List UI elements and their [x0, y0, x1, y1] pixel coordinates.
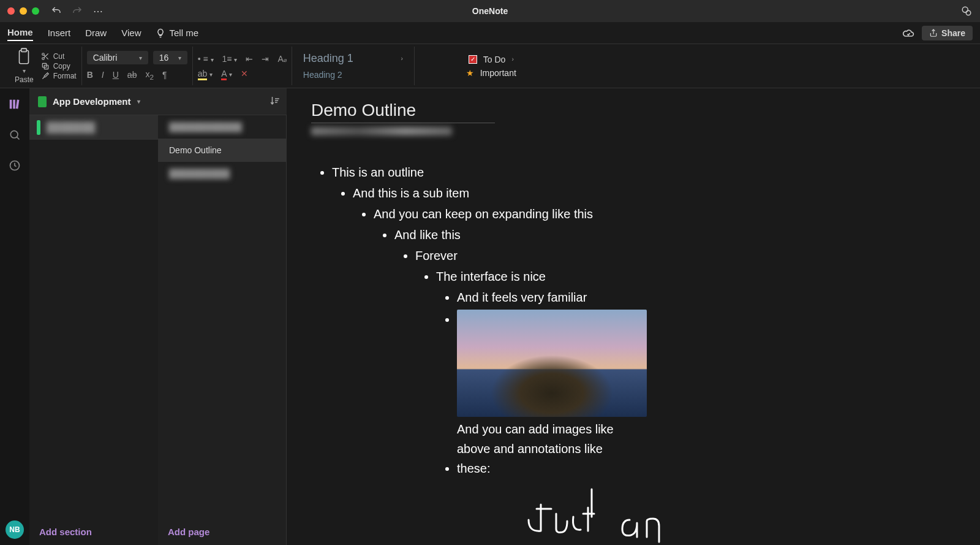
bullet-text[interactable]: And you can keep on expanding like this	[374, 207, 593, 221]
sync-status-icon[interactable]	[960, 5, 973, 17]
scissors-icon	[41, 52, 50, 61]
paintbrush-icon	[41, 72, 50, 80]
highlight-button[interactable]: ab ▾	[198, 69, 213, 78]
left-rail: NB	[0, 88, 29, 545]
app-title: OneNote	[472, 6, 508, 16]
notebooks-icon[interactable]	[7, 97, 22, 112]
svg-rect-10	[16, 99, 20, 109]
paragraph-spacing-button[interactable]: ¶	[162, 70, 167, 80]
svg-rect-3	[21, 48, 27, 51]
bullet-text[interactable]: And you can add images like above and an…	[457, 419, 628, 478]
recent-icon[interactable]	[7, 158, 22, 173]
page-title[interactable]: Demo Outline	[311, 101, 495, 123]
strikethrough-button[interactable]: ab	[127, 70, 137, 80]
copy-icon	[41, 62, 50, 71]
undo-icon[interactable]	[50, 5, 62, 17]
style-heading2[interactable]: Heading 2	[297, 69, 409, 81]
paste-button[interactable]: ▾ Paste	[11, 48, 37, 84]
notebook-name: App Development	[53, 96, 131, 107]
avatar[interactable]: NB	[6, 520, 24, 539]
page-item[interactable]: ██████████	[158, 162, 286, 185]
numbering-button[interactable]: 1≡ ▾	[222, 54, 238, 64]
tab-home[interactable]: Home	[7, 25, 33, 41]
style-heading1[interactable]: Heading 1 ›	[297, 51, 409, 66]
minimize-window-button[interactable]	[20, 7, 27, 15]
checkbox-icon: ✓	[469, 55, 477, 64]
pages-list: ████████████ Demo Outline ██████████ Add…	[158, 115, 287, 545]
paste-label: Paste	[15, 75, 34, 84]
clear-button[interactable]: ✕	[241, 69, 248, 78]
svg-point-4	[42, 53, 44, 55]
bullet-text[interactable]: And it feels very familiar	[457, 291, 587, 304]
format-painter-button[interactable]: Format	[41, 72, 77, 80]
redo-icon[interactable]	[71, 5, 83, 17]
zoom-window-button[interactable]	[32, 7, 39, 15]
clipboard-icon	[16, 48, 32, 66]
font-size-select[interactable]: 16▾	[153, 51, 187, 64]
bullet-text[interactable]: And like this	[394, 228, 461, 242]
indent-button[interactable]: ⇥	[262, 54, 269, 64]
note-canvas[interactable]: Demo Outline This is an outline And this…	[287, 88, 980, 545]
svg-rect-8	[10, 100, 12, 109]
bullet-text[interactable]: Forever	[415, 249, 458, 262]
body: NB App Development ▾ ███████ Add section…	[0, 88, 980, 545]
tab-draw[interactable]: Draw	[85, 25, 107, 40]
underline-button[interactable]: U	[113, 70, 119, 80]
clear-formatting-button[interactable]: A⌀	[277, 54, 286, 64]
tags-group: ✓ To Do › ★ Important	[415, 47, 568, 85]
bullet-text[interactable]: The interface is nice	[436, 270, 546, 283]
chevron-down-icon: ▾	[137, 98, 140, 105]
svg-rect-2	[20, 50, 29, 63]
sort-icon[interactable]	[270, 95, 281, 108]
tag-todo[interactable]: ✓ To Do ›	[469, 55, 514, 64]
notebook-header[interactable]: App Development ▾	[29, 88, 287, 115]
search-icon[interactable]	[7, 128, 22, 142]
embedded-image[interactable]	[457, 310, 647, 417]
page-item-demo-outline[interactable]: Demo Outline	[158, 139, 286, 162]
bold-button[interactable]: B	[87, 70, 93, 80]
page-item[interactable]: ████████████	[158, 115, 286, 139]
more-icon[interactable]: ⋯	[92, 5, 104, 17]
chevron-right-icon: ›	[401, 55, 402, 62]
chevron-right-icon: ›	[511, 56, 513, 63]
font-family-select[interactable]: Calibri▾	[87, 51, 148, 64]
svg-rect-9	[13, 100, 15, 109]
chevron-down-icon: ▾	[139, 55, 142, 61]
titlebar: ⋯ OneNote	[0, 0, 980, 22]
share-label: Share	[941, 28, 965, 38]
bullet-text[interactable]: And this is a sub item	[353, 186, 469, 200]
svg-point-1	[966, 10, 971, 15]
svg-point-0	[962, 7, 968, 12]
cut-button[interactable]: Cut	[41, 52, 77, 61]
sections-list: ███████ Add section	[29, 115, 158, 545]
outdent-button[interactable]: ⇤	[246, 54, 253, 64]
svg-point-5	[42, 57, 44, 59]
tell-me-label: Tell me	[169, 28, 198, 38]
window-controls	[7, 7, 39, 15]
bullet-text[interactable]: This is an outline	[332, 166, 424, 179]
cloud-sync-icon[interactable]	[902, 27, 914, 39]
section-item[interactable]: ███████	[29, 115, 158, 140]
outline-content[interactable]: This is an outline And this is a sub ite…	[311, 162, 956, 545]
tag-important[interactable]: ★ Important	[466, 68, 516, 78]
tab-insert[interactable]: Insert	[48, 25, 71, 40]
italic-button[interactable]: I	[102, 70, 104, 80]
ink-annotation[interactable]	[519, 479, 956, 545]
bullets-button[interactable]: • ≡ ▾	[198, 54, 214, 64]
share-button[interactable]: Share	[922, 26, 973, 40]
share-icon	[929, 29, 938, 37]
add-page-button[interactable]: Add page	[158, 518, 286, 545]
ribbon: ▾ Paste Cut Copy Format Calibri▾ 16▾	[0, 44, 980, 88]
styles-group: Heading 1 › Heading 2	[292, 47, 415, 85]
close-window-button[interactable]	[7, 7, 15, 15]
star-icon: ★	[466, 68, 474, 78]
add-section-button[interactable]: Add section	[29, 518, 158, 545]
tab-view[interactable]: View	[121, 25, 141, 40]
font-color-button[interactable]: A ▾	[221, 69, 232, 78]
page-name-redacted: ████████████	[169, 122, 242, 132]
page-date-redacted	[311, 127, 956, 138]
copy-button[interactable]: Copy	[41, 62, 77, 71]
subscript-button[interactable]: x2	[145, 69, 153, 81]
tell-me[interactable]: Tell me	[156, 28, 198, 38]
paragraph-group: • ≡ ▾ 1≡ ▾ ⇤ ⇥ A⌀ ab ▾ A ▾ ✕	[193, 47, 292, 85]
